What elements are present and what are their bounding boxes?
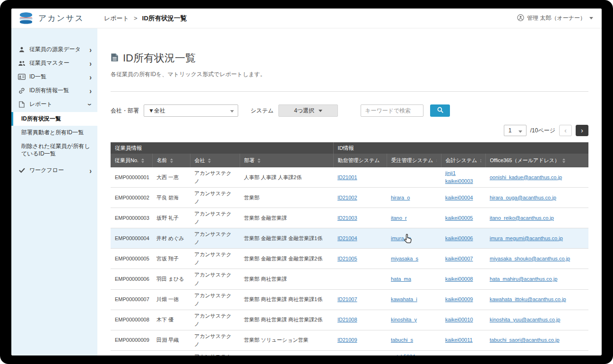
- employee-dept-cell: 営業部 ソリューション営業: [240, 330, 333, 350]
- accounting-system-cell: kaikei00010: [441, 310, 485, 330]
- id-link[interactable]: itano_reiko@acanthus.co.jp: [490, 214, 554, 222]
- id-link[interactable]: kinoshita_y: [391, 316, 417, 324]
- id-link[interactable]: miyasaka_shouko@acanthus.co.jp: [490, 255, 570, 263]
- employee-no-cell: EMP00000004: [111, 228, 152, 249]
- id-link[interactable]: kaikei00006: [445, 234, 473, 243]
- sidebar-item-file[interactable]: レポート›: [11, 97, 97, 111]
- table-row[interactable]: EMP00000002平良 碧海アカンサステクノ営業部ID21002hirara…: [111, 188, 588, 208]
- table-row[interactable]: EMP00000005宮坂 翔子アカンサステクノ営業部 金融営業課 金融営業課2…: [111, 249, 588, 269]
- id-link[interactable]: ID21007: [337, 295, 357, 303]
- keyword-search-input[interactable]: [361, 104, 423, 117]
- column-header[interactable]: 部署: [240, 154, 333, 167]
- id-link[interactable]: jinji1: [445, 169, 456, 177]
- id-link[interactable]: kaikei00004: [445, 194, 473, 202]
- sidebar-item-check[interactable]: ワークフロー›: [11, 164, 97, 177]
- id-link[interactable]: ID21001: [337, 173, 357, 182]
- sidebar-subitem[interactable]: ID所有状況一覧: [11, 112, 97, 126]
- employee-name-cell: 平良 碧海: [152, 188, 190, 208]
- id-link[interactable]: hirara_o: [391, 194, 410, 202]
- sidebar-item-user[interactable]: 従業員の源泉データ›: [11, 43, 97, 56]
- prev-page-button[interactable]: ‹: [559, 125, 572, 136]
- brand[interactable]: アカンサス: [11, 11, 97, 25]
- sort-icon[interactable]: [562, 158, 565, 163]
- id-link[interactable]: hata_mahiru@acanthus.co.jp: [490, 275, 557, 283]
- column-header[interactable]: 会計システム: [441, 154, 485, 167]
- sidebar-subitem[interactable]: 削除された従業員が所有しているID一覧: [11, 139, 97, 161]
- id-link[interactable]: kaikei00010: [445, 316, 473, 324]
- page-total-label: /10ページ: [530, 127, 555, 135]
- sort-icon[interactable]: [436, 158, 437, 163]
- id-link[interactable]: itano_r: [391, 214, 407, 222]
- sidebar-item-id-card[interactable]: ID一覧›: [11, 70, 97, 84]
- id-link[interactable]: kaikei00008: [445, 275, 473, 283]
- id-link[interactable]: kaikei00007: [445, 255, 473, 263]
- column-header[interactable]: 受注管理システム: [387, 154, 441, 167]
- company-select[interactable]: ▼全社: [144, 104, 238, 117]
- next-page-button[interactable]: ›: [576, 125, 588, 136]
- chevron-down-icon: [518, 130, 522, 133]
- id-link[interactable]: imura_megumi@acanthus.co.jp: [490, 234, 563, 243]
- id-link[interactable]: kaikei00011: [445, 336, 473, 344]
- sort-icon[interactable]: [141, 158, 144, 163]
- chevron-right-icon: ›: [89, 45, 92, 53]
- id-link[interactable]: ID21005: [337, 255, 357, 263]
- employee-name-cell: 木下 優: [152, 310, 190, 330]
- id-link[interactable]: ID21002: [337, 194, 357, 202]
- system-multiselect-button[interactable]: 4つ選択: [278, 104, 338, 117]
- id-link[interactable]: miyasaka_s: [391, 255, 418, 263]
- column-header[interactable]: 名前: [152, 154, 190, 167]
- sidebar-subitem[interactable]: 部署異動者と所有ID一覧: [11, 126, 97, 139]
- employee-name-cell: 大西 一恵: [152, 167, 190, 188]
- table-row[interactable]: EMP00000001大西 一恵アカンサステクノ人事部 人事課 人事課2係ID2…: [111, 167, 588, 188]
- id-link[interactable]: kawahata_i: [391, 295, 417, 303]
- page-select[interactable]: 1: [504, 125, 527, 136]
- table-row[interactable]: EMP00000003坂野 礼子アカンサステクノ営業部 金融営業課ID21003…: [111, 208, 588, 228]
- id-link[interactable]: kaikei00005: [445, 214, 473, 222]
- table-row[interactable]: EMP00000007川畑 一徳アカンサステクノ営業部 商社営業課 商社営業課1…: [111, 289, 588, 310]
- employee-company-cell: アカンサステクノ: [190, 269, 240, 289]
- attendance-system-cell: ID21009: [333, 330, 387, 350]
- id-link[interactable]: oonishi_kadue@acanthus.co.jp: [490, 173, 562, 182]
- id-link[interactable]: ID21003: [337, 214, 357, 222]
- id-link[interactable]: kawahata_ittoku@acanthus.co.jp: [490, 295, 566, 303]
- table-row[interactable]: EMP00000006羽田 まひるアカンサステクノ営業部 商社営業課hata_m…: [111, 269, 588, 289]
- caret-down-icon: [319, 110, 322, 112]
- id-link[interactable]: kaikei00009: [445, 295, 473, 303]
- id-link[interactable]: tabuchi_s: [391, 336, 413, 344]
- sort-icon[interactable]: [170, 158, 173, 163]
- id-link[interactable]: ID21008: [337, 316, 357, 324]
- pagination: 1 /10ページ ‹ ›: [111, 125, 588, 136]
- chevron-right-icon: ›: [89, 166, 92, 174]
- id-link[interactable]: ID21009: [337, 336, 357, 344]
- id-link[interactable]: hirara_ouga@acanthus.co.jp: [490, 194, 556, 202]
- accounting-system-cell: kaikei00005: [441, 208, 485, 228]
- sort-icon[interactable]: [208, 158, 211, 163]
- id-link[interactable]: hata_ma: [391, 275, 411, 283]
- id-link[interactable]: patch5634: [391, 353, 415, 355]
- id-link[interactable]: tabuchi_saori@acanthus.co.jp: [490, 336, 560, 344]
- column-header[interactable]: 従業員No.: [111, 154, 152, 167]
- id-link[interactable]: imura_m: [391, 234, 411, 243]
- sort-icon[interactable]: [480, 158, 481, 163]
- employee-name-cell: 宮坂 翔子: [152, 249, 190, 269]
- breadcrumb-section[interactable]: レポート: [104, 14, 129, 23]
- table-row[interactable]: EMP00000004井村 めぐみアカンサステクノ営業部 金融営業課 金融営業課…: [111, 228, 588, 249]
- id-link[interactable]: kaikei00003: [445, 177, 473, 185]
- column-header[interactable]: 会社: [190, 154, 240, 167]
- id-link[interactable]: kinoshita_yuu@acanthus.co.jp: [490, 316, 560, 324]
- table-row[interactable]: EMP00000008木下 優アカンサステクノ営業部 商社営業課 商社営業課2係…: [111, 310, 588, 330]
- table-row[interactable]: EMP00000009田淵 早織アカンサステクノ営業部 ソリューション営業ID2…: [111, 330, 588, 350]
- table-row[interactable]: EMP00000011浦田 あさみアカンサステクノ開発部 技術第1課patch5…: [111, 350, 588, 355]
- id-link[interactable]: ID21004: [337, 234, 357, 243]
- chevron-right-icon: ›: [89, 73, 92, 81]
- sort-icon[interactable]: [258, 158, 260, 163]
- search-button[interactable]: [430, 104, 450, 117]
- sidebar-item-link[interactable]: ID所有情報一覧›: [11, 84, 97, 97]
- accounting-system-cell: kaikei00008: [441, 269, 485, 289]
- employee-company-cell: アカンサステクノ: [190, 188, 240, 208]
- user-menu[interactable]: 管理 太郎（オーナー）: [517, 14, 602, 23]
- column-header[interactable]: 勤怠管理システム: [333, 154, 387, 167]
- sidebar-item-users[interactable]: 従業員マスター›: [11, 56, 97, 70]
- column-header[interactable]: Office365（メールアドレス）: [485, 154, 588, 167]
- attendance-system-cell: ID21007: [333, 289, 387, 310]
